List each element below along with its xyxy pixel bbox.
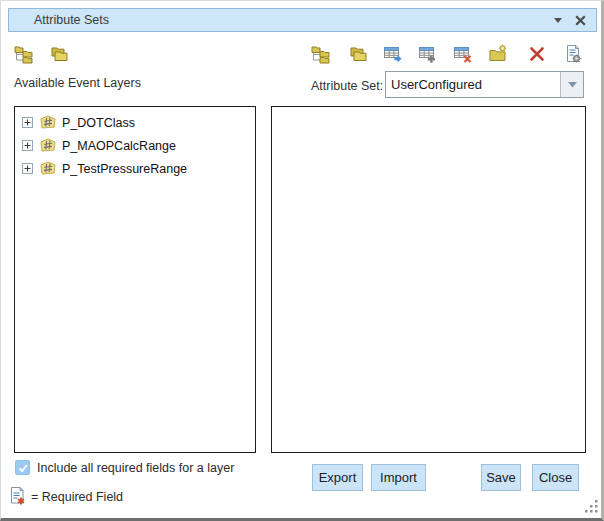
folders-icon[interactable] bbox=[347, 43, 369, 65]
attribute-set-value: UserConfigured bbox=[386, 72, 560, 97]
chevron-down-icon bbox=[568, 82, 577, 88]
close-icon[interactable] bbox=[570, 9, 590, 31]
available-layers-list[interactable]: P_DOTClass P_MAOPCalcRange P_TestPressur bbox=[14, 106, 256, 453]
folders-icon[interactable] bbox=[48, 43, 70, 65]
expand-plus-icon[interactable] bbox=[22, 117, 33, 128]
save-button[interactable]: Save bbox=[481, 464, 521, 491]
table-add-icon[interactable] bbox=[417, 43, 439, 65]
expand-plus-icon[interactable] bbox=[22, 140, 33, 151]
table-remove-icon[interactable] bbox=[452, 43, 474, 65]
folder-tree-icon[interactable] bbox=[13, 43, 35, 65]
titlebar: Attribute Sets bbox=[8, 8, 597, 32]
tree-row[interactable]: P_DOTClass bbox=[15, 111, 255, 134]
dialog-title: Attribute Sets bbox=[9, 13, 109, 27]
event-layer-icon bbox=[39, 160, 57, 178]
attribute-set-list[interactable] bbox=[271, 106, 586, 453]
table-export-icon[interactable] bbox=[382, 43, 404, 65]
required-field-icon bbox=[10, 486, 26, 506]
delete-x-icon[interactable] bbox=[526, 43, 548, 65]
include-required-fields-label: Include all required fields for a layer bbox=[37, 461, 234, 475]
folder-new-icon[interactable] bbox=[487, 43, 509, 65]
chevron-down-icon[interactable] bbox=[548, 9, 568, 31]
document-settings-icon[interactable] bbox=[562, 43, 584, 65]
combo-dropdown-button[interactable] bbox=[560, 72, 583, 97]
folder-tree-icon[interactable] bbox=[310, 43, 332, 65]
checkmark-icon bbox=[17, 462, 29, 474]
attribute-sets-dialog: Attribute Sets bbox=[0, 0, 604, 521]
layer-name[interactable]: P_DOTClass bbox=[62, 116, 135, 130]
tree-row[interactable]: P_TestPressureRange bbox=[15, 157, 255, 180]
tree-row[interactable]: P_MAOPCalcRange bbox=[15, 134, 255, 157]
required-field-legend: = Required Field bbox=[31, 490, 123, 504]
event-layer-icon bbox=[39, 114, 57, 132]
import-button[interactable]: Import bbox=[371, 464, 426, 491]
include-required-fields-checkbox[interactable] bbox=[15, 460, 30, 475]
layer-name[interactable]: P_TestPressureRange bbox=[62, 162, 187, 176]
export-button[interactable]: Export bbox=[312, 464, 363, 491]
resize-grip[interactable] bbox=[584, 499, 599, 514]
attribute-set-heading: Attribute Set: bbox=[311, 79, 383, 93]
available-event-layers-heading: Available Event Layers bbox=[14, 76, 141, 90]
expand-plus-icon[interactable] bbox=[22, 163, 33, 174]
event-layer-icon bbox=[39, 137, 57, 155]
layer-name[interactable]: P_MAOPCalcRange bbox=[62, 139, 176, 153]
attribute-set-combobox[interactable]: UserConfigured bbox=[385, 71, 584, 98]
close-button[interactable]: Close bbox=[532, 464, 579, 491]
